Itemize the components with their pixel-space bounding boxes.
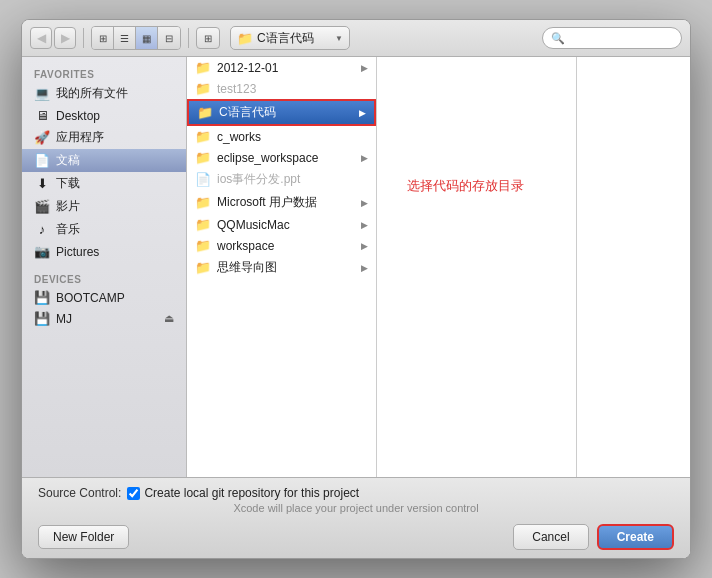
checkbox-wrapper: Create local git repository for this pro… — [127, 486, 359, 500]
folder-icon-mindmap: 📁 — [195, 260, 211, 275]
sidebar-item-downloads[interactable]: ⬇ 下载 — [22, 172, 186, 195]
search-input[interactable] — [569, 32, 673, 44]
sidebar-item-mj-label: MJ — [56, 312, 72, 326]
action-buttons: Cancel Create — [513, 524, 674, 550]
sidebar-item-music-label: 音乐 — [56, 221, 80, 238]
forward-button[interactable]: ▶ — [54, 27, 76, 49]
arrow-icon-workspace: ▶ — [361, 241, 368, 251]
bottom-buttons: New Folder Cancel Create — [38, 524, 674, 550]
sidebar-item-apps[interactable]: 🚀 应用程序 — [22, 126, 186, 149]
downloads-icon: ⬇ — [34, 176, 50, 191]
back-button[interactable]: ◀ — [30, 27, 52, 49]
dropdown-arrow-icon: ▼ — [335, 34, 343, 43]
arrow-icon: ▶ — [361, 63, 368, 73]
sidebar-item-all-files-label: 我的所有文件 — [56, 85, 128, 102]
sidebar-item-movies[interactable]: 🎬 影片 — [22, 195, 186, 218]
folder-icon-2012: 📁 — [195, 60, 211, 75]
file-item-eclipse[interactable]: 📁 eclipse_workspace ▶ — [187, 147, 376, 168]
folder-icon-microsoft: 📁 — [195, 195, 211, 210]
file-item-test123[interactable]: 📁 test123 — [187, 78, 376, 99]
sidebar-item-mj[interactable]: 💾 MJ ⏏ — [22, 308, 186, 329]
file-icon-ios: 📄 — [195, 172, 211, 187]
file-item-mindmap[interactable]: 📁 思维导向图 ▶ — [187, 256, 376, 279]
apps-icon: 🚀 — [34, 130, 50, 145]
documents-icon: 📄 — [34, 153, 50, 168]
folder-icon-workspace: 📁 — [195, 238, 211, 253]
sidebar-item-downloads-label: 下载 — [56, 175, 80, 192]
separator-1 — [83, 28, 84, 48]
arrow-icon-qqmusic: ▶ — [361, 220, 368, 230]
view-mode-buttons: ⊞ ☰ ▦ ⊟ — [91, 26, 181, 50]
sidebar-item-movies-label: 影片 — [56, 198, 80, 215]
source-control-subtext: Xcode will place your project under vers… — [38, 502, 674, 514]
favorites-label: FAVORITES — [22, 65, 186, 82]
music-icon: ♪ — [34, 222, 50, 237]
sidebar-item-desktop-label: Desktop — [56, 109, 100, 123]
git-checkbox[interactable] — [127, 487, 140, 500]
folder-dropdown[interactable]: 📁 C语言代码 ▼ — [230, 26, 350, 50]
view-icon-btn[interactable]: ⊞ — [92, 27, 114, 49]
checkbox-label: Create local git repository for this pro… — [144, 486, 359, 500]
all-files-icon: 💻 — [34, 86, 50, 101]
sidebar-item-apps-label: 应用程序 — [56, 129, 104, 146]
sidebar-item-bootcamp[interactable]: 💾 BOOTCAMP — [22, 287, 186, 308]
mj-icon: 💾 — [34, 311, 50, 326]
sidebar-item-pictures-label: Pictures — [56, 245, 99, 259]
column-1: 📁 2012-12-01 ▶ 📁 test123 📁 C语言代码 ▶ 📁 c_w… — [187, 57, 377, 477]
sidebar-item-documents[interactable]: 📄 文稿 — [22, 149, 186, 172]
arrow-icon-eclipse: ▶ — [361, 153, 368, 163]
folder-icon-qqmusic: 📁 — [195, 217, 211, 232]
file-item-cworks[interactable]: 📁 c_works — [187, 126, 376, 147]
folder-icon-cworks: 📁 — [195, 129, 211, 144]
view-cover-btn[interactable]: ⊟ — [158, 27, 180, 49]
folder-name-label: C语言代码 — [257, 30, 331, 47]
file-item-ios[interactable]: 📄 ios事件分发.ppt — [187, 168, 376, 191]
search-box[interactable]: 🔍 — [542, 27, 682, 49]
column-3 — [577, 57, 690, 477]
source-control-label: Source Control: — [38, 486, 121, 500]
bootcamp-icon: 💾 — [34, 290, 50, 305]
pictures-icon: 📷 — [34, 244, 50, 259]
column-2: 选择代码的存放目录 — [377, 57, 577, 477]
bottom-bar: Source Control: Create local git reposit… — [22, 477, 690, 558]
folder-icon-eclipse: 📁 — [195, 150, 211, 165]
sidebar: FAVORITES 💻 我的所有文件 🖥 Desktop 🚀 应用程序 📄 文稿… — [22, 57, 187, 477]
sidebar-item-all-files[interactable]: 💻 我的所有文件 — [22, 82, 186, 105]
file-item-2012[interactable]: 📁 2012-12-01 ▶ — [187, 57, 376, 78]
movies-icon: 🎬 — [34, 199, 50, 214]
annotation-text: 选择代码的存放目录 — [407, 177, 524, 195]
arrange-button[interactable]: ⊞ — [196, 27, 220, 49]
toolbar: ◀ ▶ ⊞ ☰ ▦ ⊟ ⊞ 📁 C语言代码 ▼ 🔍 — [22, 20, 690, 57]
create-button[interactable]: Create — [597, 524, 674, 550]
sidebar-item-desktop[interactable]: 🖥 Desktop — [22, 105, 186, 126]
file-item-workspace[interactable]: 📁 workspace ▶ — [187, 235, 376, 256]
sidebar-item-pictures[interactable]: 📷 Pictures — [22, 241, 186, 262]
arrow-icon-microsoft: ▶ — [361, 198, 368, 208]
file-item-clang[interactable]: 📁 C语言代码 ▶ — [187, 99, 376, 126]
view-list-btn[interactable]: ☰ — [114, 27, 136, 49]
separator-2 — [188, 28, 189, 48]
folder-icon-test123: 📁 — [195, 81, 211, 96]
cancel-button[interactable]: Cancel — [513, 524, 588, 550]
sidebar-item-music[interactable]: ♪ 音乐 — [22, 218, 186, 241]
view-column-btn[interactable]: ▦ — [136, 27, 158, 49]
new-folder-button[interactable]: New Folder — [38, 525, 129, 549]
arrow-icon-mindmap: ▶ — [361, 263, 368, 273]
search-icon: 🔍 — [551, 32, 565, 45]
folder-icon: 📁 — [237, 31, 253, 46]
main-content: FAVORITES 💻 我的所有文件 🖥 Desktop 🚀 应用程序 📄 文稿… — [22, 57, 690, 477]
file-item-qqmusic[interactable]: 📁 QQMusicMac ▶ — [187, 214, 376, 235]
devices-label: DEVICES — [22, 270, 186, 287]
eject-icon[interactable]: ⏏ — [164, 312, 174, 325]
folder-icon-clang: 📁 — [197, 105, 213, 120]
file-area: 📁 2012-12-01 ▶ 📁 test123 📁 C语言代码 ▶ 📁 c_w… — [187, 57, 690, 477]
file-item-microsoft[interactable]: 📁 Microsoft 用户数据 ▶ — [187, 191, 376, 214]
nav-buttons: ◀ ▶ — [30, 27, 76, 49]
sidebar-item-documents-label: 文稿 — [56, 152, 80, 169]
file-dialog: ◀ ▶ ⊞ ☰ ▦ ⊟ ⊞ 📁 C语言代码 ▼ 🔍 FAVORIT — [21, 19, 691, 559]
arrow-icon-clang: ▶ — [359, 108, 366, 118]
desktop-icon: 🖥 — [34, 108, 50, 123]
sidebar-item-bootcamp-label: BOOTCAMP — [56, 291, 125, 305]
source-control-row: Source Control: Create local git reposit… — [38, 486, 674, 500]
